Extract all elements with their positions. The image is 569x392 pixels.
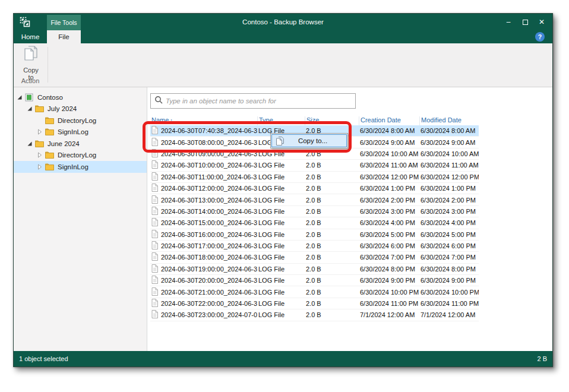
table-row[interactable]: 2024-06-30T12:00:00_2024-06-3...LOG File…	[150, 183, 479, 194]
tab-file[interactable]: File	[47, 30, 81, 43]
app-icon	[19, 16, 31, 28]
context-menu-item-copy-to[interactable]: Copy to...	[271, 134, 347, 147]
table-row[interactable]: 2024-06-30T18:00:00_2024-06-3...LOG File…	[150, 252, 479, 263]
file-icon	[151, 230, 158, 239]
copy-icon	[272, 136, 287, 146]
cell-modified-date: 6/30/2024 8:00 PM	[419, 265, 479, 273]
cell-creation-date: 6/30/2024 9:00 PM	[359, 277, 419, 284]
file-icon	[151, 172, 158, 182]
cell-size: 2.0 B	[305, 300, 359, 307]
cell-creation-date: 6/30/2024 4:00 PM	[359, 219, 419, 226]
backup-browser-window: File Tools Contoso - Backup Browser – ✕ …	[13, 13, 553, 367]
table-row[interactable]: 2024-06-30T23:00:00_2024-07-0...LOG File…	[150, 309, 479, 321]
cell-creation-date: 6/30/2024 7:00 PM	[359, 254, 419, 261]
table-row[interactable]: 2024-06-30T22:00:00_2024-06-3...LOG File…	[150, 298, 479, 309]
column-header-type[interactable]: Type	[257, 116, 305, 125]
ribbon-group-label-action: Action	[14, 77, 47, 84]
cell-type: LOG File	[257, 150, 305, 157]
cell-modified-date: 6/30/2024 6:00 PM	[419, 242, 479, 249]
table-row[interactable]: 2024-06-30T10:00:00_2024-06-3...LOG File…	[150, 160, 479, 171]
cell-size: 2.0 B	[305, 242, 359, 249]
table-row[interactable]: 2024-06-30T09:00:00_2024-06-3...LOG File…	[150, 148, 479, 160]
column-header-size[interactable]: Size	[305, 116, 359, 125]
expander-expanded-icon[interactable]	[17, 94, 23, 100]
expander-collapsed-icon[interactable]	[37, 129, 43, 135]
tab-home[interactable]: Home	[14, 30, 47, 43]
tree-item-signinlog[interactable]: SignInLog	[14, 127, 147, 138]
tree-item-contoso[interactable]: Contoso	[14, 91, 147, 103]
cell-name: 2024-06-30T16:00:00_2024-06-3...	[150, 230, 257, 239]
copy-pages-icon	[23, 45, 39, 65]
cell-type: LOG File	[257, 265, 305, 273]
search-box	[150, 93, 356, 109]
file-icon	[151, 126, 158, 135]
file-icon	[151, 287, 158, 297]
cell-creation-date: 6/30/2024 11:00 AM	[359, 162, 419, 169]
cell-size: 2.0 B	[305, 277, 359, 284]
table-row[interactable]: 2024-06-30T11:00:00_2024-06-3...LOG File…	[150, 172, 479, 183]
table-row[interactable]: 2024-06-30T15:00:00_2024-06-3...LOG File…	[150, 217, 479, 229]
cell-size: 2.0 B	[305, 173, 359, 181]
cell-size: 2.0 B	[305, 185, 359, 192]
cell-type: LOG File	[257, 289, 305, 296]
cell-modified-date: 6/30/2024 1:00 PM	[419, 185, 479, 192]
tree-item-label: July 2024	[45, 105, 77, 112]
cell-modified-date: 6/30/2024 3:00 PM	[419, 208, 479, 215]
cell-modified-date: 6/30/2024 10:00 AM	[419, 150, 479, 157]
cell-creation-date: 6/30/2024 9:00 AM	[359, 139, 419, 146]
cell-type: LOG File	[257, 231, 305, 238]
table-row[interactable]: 2024-06-30T16:00:00_2024-06-3...LOG File…	[150, 229, 479, 241]
context-menu: Copy to...	[270, 133, 348, 148]
ribbon-group-separator	[48, 47, 48, 83]
cell-modified-date: 6/30/2024 12:00 PM	[419, 173, 479, 181]
table-row[interactable]: 2024-06-30T19:00:00_2024-06-3...LOG File…	[150, 264, 479, 275]
cell-creation-date: 6/30/2024 6:00 PM	[359, 242, 419, 249]
contextual-tab-header: File Tools	[47, 15, 81, 30]
table-row[interactable]: 2024-06-30T17:00:00_2024-06-3...LOG File…	[150, 241, 479, 252]
table-row[interactable]: 2024-06-30T14:00:00_2024-06-3...LOG File…	[150, 206, 479, 217]
cell-name: 2024-06-30T12:00:00_2024-06-3...	[150, 184, 257, 193]
folder-icon	[45, 128, 55, 136]
table-row[interactable]: 2024-06-30T21:00:00_2024-06-3...LOG File…	[150, 286, 479, 298]
minimize-icon[interactable]: –	[505, 18, 512, 26]
tree-item-directorylog[interactable]: DirectoryLog	[14, 150, 147, 162]
tree-item-july-2024[interactable]: July 2024	[14, 103, 147, 115]
close-icon[interactable]: ✕	[538, 18, 545, 26]
tree-item-directorylog[interactable]: DirectoryLog	[14, 115, 147, 127]
table-row[interactable]: 2024-06-30T13:00:00_2024-06-3...LOG File…	[150, 194, 479, 206]
search-icon	[154, 96, 163, 106]
file-icon	[151, 252, 158, 262]
sort-ascending-icon: ↑	[170, 118, 173, 124]
cell-creation-date: 6/30/2024 10:00 AM	[359, 150, 419, 157]
tree-item-signinlog[interactable]: SignInLog	[14, 161, 147, 173]
expander-collapsed-icon[interactable]	[37, 152, 43, 158]
column-header-modified-date[interactable]: Modified Date	[419, 116, 479, 125]
expander-expanded-icon[interactable]	[27, 141, 33, 147]
cell-type: LOG File	[257, 311, 305, 318]
folder-icon	[45, 116, 55, 125]
help-icon[interactable]: ?	[535, 32, 545, 42]
window-title: Contoso - Backup Browser	[14, 14, 552, 30]
maximize-icon[interactable]	[521, 18, 529, 26]
tree-item-june-2024[interactable]: June 2024	[14, 138, 147, 150]
cell-name: 2024-06-30T11:00:00_2024-06-3...	[150, 172, 257, 182]
column-header-creation-date[interactable]: Creation Date	[359, 116, 419, 125]
folder-icon	[35, 105, 45, 113]
table-row[interactable]: 2024-06-30T20:00:00_2024-06-3...LOG File…	[150, 275, 479, 286]
file-icon	[151, 241, 158, 251]
cell-modified-date: 6/30/2024 8:00 AM	[419, 127, 479, 134]
status-total-size: 2 B	[537, 355, 547, 362]
column-header-name[interactable]: Name↑	[150, 116, 257, 125]
expander-spacer	[37, 118, 43, 124]
cell-size: 2.0 B	[305, 197, 359, 204]
file-icon	[151, 207, 158, 216]
expander-expanded-icon[interactable]	[27, 106, 33, 112]
file-icon	[151, 276, 158, 285]
expander-collapsed-icon[interactable]	[37, 164, 43, 170]
search-input[interactable]	[166, 97, 352, 105]
file-icon	[151, 310, 158, 320]
cell-size: 2.0 B	[305, 162, 359, 169]
cell-creation-date: 6/30/2024 12:00 PM	[359, 173, 419, 181]
copy-to-button[interactable]: Copy to	[17, 45, 45, 78]
ribbon: Copy to Action	[14, 43, 552, 87]
